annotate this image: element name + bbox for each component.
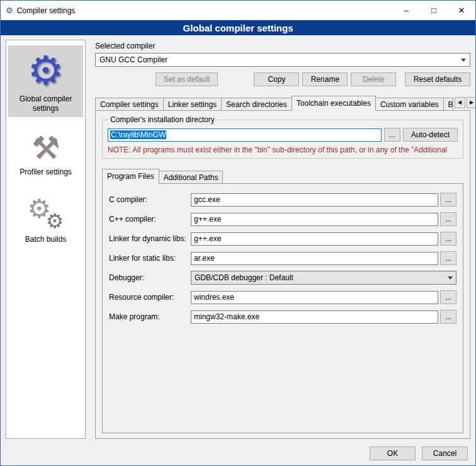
installation-directory-label: Compiler's installation directory	[108, 115, 217, 124]
tab-custom-variables[interactable]: Custom variables	[375, 98, 444, 111]
tab-compiler-settings[interactable]: Compiler settings	[95, 98, 164, 111]
linker-static-value: ar.exe	[194, 254, 215, 263]
gear-icon: ⚙	[28, 50, 64, 91]
window-controls: – □ ✕	[392, 1, 475, 20]
resource-compiler-value: windres.exe	[194, 293, 234, 302]
installation-directory-input[interactable]: C:\raylib\MinGW	[108, 128, 382, 142]
cpp-compiler-input[interactable]: g++.exe	[191, 213, 438, 226]
tab-scroll-right-button[interactable]: ▶	[467, 97, 476, 108]
c-compiler-value: gcc.exe	[194, 195, 220, 204]
tab-linker-settings[interactable]: Linker settings	[163, 98, 222, 111]
app-icon: ⚙	[6, 6, 13, 14]
profiler-tool-icon: ⚒	[31, 132, 60, 164]
minimize-button[interactable]: –	[392, 1, 420, 20]
settings-category-list: ⚙ Global compiler settings ⚒ Profiler se…	[6, 40, 86, 439]
auto-detect-button[interactable]: Auto-detect	[403, 128, 458, 142]
compiler-settings-window: ⚙ Compiler settings – □ ✕ Global compile…	[0, 0, 476, 466]
field-label: Resource compiler:	[109, 293, 191, 302]
sidebar-item-global-compiler-settings[interactable]: ⚙ Global compiler settings	[8, 45, 83, 117]
program-files-panel: C compiler: gcc.exe ... C++ compiler: g+…	[102, 183, 463, 433]
field-label: Make program:	[109, 312, 191, 321]
tab-search-directories[interactable]: Search directories	[221, 98, 292, 111]
selected-compiler-value: GNU GCC Compiler	[99, 55, 167, 64]
installation-note: NOTE: All programs must exist either in …	[108, 145, 458, 154]
tab-build-options[interactable]: Buil	[443, 98, 453, 111]
cpp-compiler-value: g++.exe	[194, 215, 221, 224]
browse-button[interactable]: ...	[440, 290, 456, 304]
make-program-value: mingw32-make.exe	[194, 312, 259, 321]
selected-compiler-label: Selected compiler	[95, 42, 470, 50]
chevron-down-icon	[461, 59, 466, 64]
debugger-dropdown[interactable]: GDB/CDB debugger : Default	[191, 271, 456, 285]
field-label: C++ compiler:	[109, 215, 191, 224]
resource-compiler-input[interactable]: windres.exe	[191, 291, 438, 304]
set-as-default-button[interactable]: Set as default	[156, 72, 218, 86]
installation-directory-value: C:\raylib\MinGW	[110, 130, 166, 139]
maximize-button[interactable]: □	[420, 1, 448, 20]
tab-additional-paths[interactable]: Additional Paths	[159, 171, 224, 184]
maximize-icon: □	[431, 6, 436, 15]
toolchain-executables-page: Compiler's installation directory C:\ray…	[95, 110, 470, 439]
tab-scroll-left-button[interactable]: ◀	[455, 97, 465, 108]
sidebar-item-label: Global compiler settings	[9, 94, 82, 113]
field-row-linker-dynamic: Linker for dynamic libs: g++.exe ...	[109, 232, 456, 246]
debugger-value: GDB/CDB debugger : Default	[195, 273, 293, 282]
field-row-resource-compiler: Resource compiler: windres.exe ...	[109, 290, 456, 304]
window-title: Compiler settings	[17, 6, 76, 15]
field-row-cpp-compiler: C++ compiler: g++.exe ...	[109, 212, 456, 226]
installation-directory-group: Compiler's installation directory C:\ray…	[102, 120, 463, 159]
settings-tabstrip: Compiler settings Linker settings Search…	[95, 96, 470, 110]
linker-static-input[interactable]: ar.exe	[191, 252, 438, 265]
field-row-linker-static: Linker for static libs: ar.exe ...	[109, 251, 456, 265]
field-row-make-program: Make program: mingw32-make.exe ...	[109, 310, 456, 324]
gear-icon: ⚙	[46, 211, 64, 231]
field-row-debugger: Debugger: GDB/CDB debugger : Default	[109, 271, 456, 285]
chevron-down-icon	[448, 276, 453, 282]
field-label: Linker for static libs:	[109, 254, 191, 263]
main-panel: Selected compiler GNU GCC Compiler Set a…	[95, 40, 470, 439]
compiler-actions: Set as default Copy Rename Delete Reset …	[95, 72, 470, 86]
program-tabstrip: Program Files Additional Paths	[102, 169, 463, 183]
cancel-button[interactable]: Cancel	[422, 446, 468, 460]
dialog-body: ⚙ Global compiler settings ⚒ Profiler se…	[1, 35, 475, 441]
sidebar-item-label: Batch builds	[25, 235, 66, 244]
field-label: Debugger:	[109, 273, 191, 282]
browse-directory-button[interactable]: ...	[384, 128, 400, 142]
sidebar-item-profiler-settings[interactable]: ⚒ Profiler settings	[8, 127, 83, 181]
linker-dynamic-value: g++.exe	[194, 234, 221, 243]
tab-scroll-controls: ◀ ▶	[453, 97, 476, 108]
browse-button[interactable]: ...	[440, 310, 456, 324]
sidebar-item-batch-builds[interactable]: ⚙ ⚙ Batch builds	[8, 191, 83, 248]
c-compiler-input[interactable]: gcc.exe	[191, 193, 438, 207]
browse-button[interactable]: ...	[440, 251, 456, 265]
ok-button[interactable]: OK	[370, 446, 416, 460]
sidebar-item-label: Profiler settings	[20, 168, 72, 177]
right-arrow-icon: ▶	[470, 99, 473, 105]
installation-directory-row: C:\raylib\MinGW ... Auto-detect	[108, 128, 458, 142]
copy-button[interactable]: Copy	[254, 72, 299, 86]
dialog-footer: OK Cancel	[1, 441, 475, 465]
linker-dynamic-input[interactable]: g++.exe	[191, 232, 438, 246]
browse-button[interactable]: ...	[440, 232, 456, 246]
page-title: Global compiler settings	[1, 20, 475, 35]
tab-toolchain-executables[interactable]: Toolchain executables	[292, 96, 376, 111]
rename-button[interactable]: Rename	[302, 72, 348, 86]
left-arrow-icon: ◀	[458, 99, 462, 105]
tab-program-files[interactable]: Program Files	[102, 169, 159, 184]
field-label: Linker for dynamic libs:	[109, 234, 191, 243]
close-button[interactable]: ✕	[448, 1, 475, 20]
close-icon: ✕	[458, 6, 465, 15]
browse-button[interactable]: ...	[440, 212, 456, 226]
gears-icon: ⚙ ⚙	[26, 196, 65, 231]
delete-button[interactable]: Delete	[351, 72, 396, 86]
reset-defaults-button[interactable]: Reset defaults	[405, 72, 470, 86]
field-row-c-compiler: C compiler: gcc.exe ...	[109, 193, 456, 207]
selected-compiler-dropdown[interactable]: GNU GCC Compiler	[95, 53, 470, 67]
titlebar: ⚙ Compiler settings – □ ✕	[1, 1, 475, 20]
browse-button[interactable]: ...	[440, 193, 456, 207]
minimize-icon: –	[404, 6, 408, 15]
field-label: C compiler:	[109, 195, 191, 204]
make-program-input[interactable]: mingw32-make.exe	[191, 310, 438, 324]
